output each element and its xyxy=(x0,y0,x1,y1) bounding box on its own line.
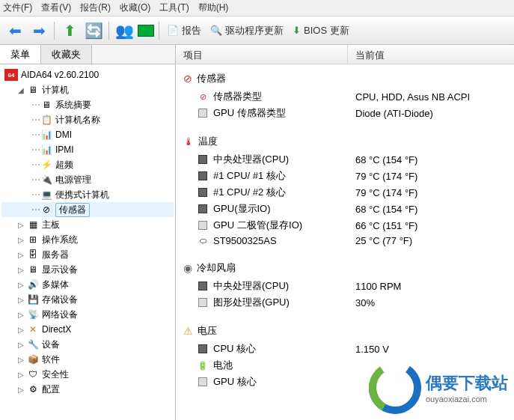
sensor-icon: ⊘ xyxy=(197,92,209,102)
row-value: 66 °C (151 °F) xyxy=(355,220,417,231)
row-cpu-core-voltage[interactable]: CPU 核心1.150 V xyxy=(176,341,514,357)
chip-icon xyxy=(197,155,209,164)
bios-update-button[interactable]: ⬇ BIOS 更新 xyxy=(290,20,352,41)
display-icon: 🖥 xyxy=(27,264,39,276)
tree-item-portable[interactable]: ⋯💻便携式计算机 xyxy=(1,187,174,202)
expand-icon[interactable]: ▷ xyxy=(18,311,27,319)
expand-icon[interactable]: ▷ xyxy=(18,356,27,364)
menu-report[interactable]: 报告(R) xyxy=(80,1,111,14)
tree-label: 显示设备 xyxy=(42,264,78,276)
tree-item-ipmi[interactable]: ⋯📊IPMI xyxy=(1,142,174,157)
column-value[interactable]: 当前值 xyxy=(348,45,514,64)
row-value: 79 °C (174 °F) xyxy=(355,187,417,198)
expand-icon[interactable]: ▷ xyxy=(18,281,27,289)
row-gpu-diode-temp[interactable]: GPU 二极管(显存IO)66 °C (151 °F) xyxy=(176,217,514,234)
name-icon: 📋 xyxy=(40,114,52,126)
warning-icon: ⚠ xyxy=(183,325,193,337)
menu-help[interactable]: 帮助(H) xyxy=(198,1,229,14)
expand-icon[interactable]: ▷ xyxy=(18,371,27,379)
collapse-icon[interactable]: ◢ xyxy=(18,86,27,94)
tree-root[interactable]: 64 AIDA64 v2.60.2100 xyxy=(1,67,174,82)
back-button[interactable]: ⬅ xyxy=(4,20,25,41)
separator xyxy=(159,22,159,40)
config-icon: ⚙ xyxy=(27,383,39,395)
column-item[interactable]: 项目 xyxy=(176,45,348,64)
row-hdd-temp[interactable]: ⬭ST9500325AS25 °C (77 °F) xyxy=(176,234,514,248)
tree-item-summary[interactable]: ⋯🖥系统摘要 xyxy=(1,97,174,112)
group-sensor: ⊘传感器 xyxy=(176,69,514,88)
ipmi-icon: 📊 xyxy=(40,144,52,156)
expand-icon[interactable]: ▷ xyxy=(18,251,27,259)
expand-icon[interactable]: ▷ xyxy=(18,236,27,244)
expand-icon[interactable]: ▷ xyxy=(18,341,27,349)
tree-item-power[interactable]: ⋯🔌电源管理 xyxy=(1,172,174,187)
tree-item-multimedia[interactable]: ▷🔊多媒体 xyxy=(1,277,174,292)
row-gpu-sensor-type[interactable]: GPU 传感器类型Diode (ATI-Diode) xyxy=(176,105,514,121)
tree-item-overclock[interactable]: ⋯⚡超频 xyxy=(1,157,174,172)
tree-item-server[interactable]: ▷🗄服务器 xyxy=(1,247,174,262)
storage-icon: 💾 xyxy=(27,293,39,305)
expand-icon[interactable]: ▷ xyxy=(18,221,27,229)
forward-button[interactable]: ➡ xyxy=(28,20,49,41)
expand-icon[interactable]: ▷ xyxy=(18,326,27,334)
refresh-button[interactable]: 🔄 xyxy=(83,20,104,41)
summary-icon: 🖥 xyxy=(40,99,52,111)
tree-computer[interactable]: ◢ 🖥 计算机 xyxy=(1,82,174,97)
group-title: 冷却风扇 xyxy=(197,261,236,275)
row-label: GPU 二极管(显存IO) xyxy=(213,219,302,232)
tree-item-os[interactable]: ▷⊞操作系统 xyxy=(1,232,174,247)
tree-item-display[interactable]: ▷🖥显示设备 xyxy=(1,262,174,277)
report-button[interactable]: 📄 报告 xyxy=(164,20,204,41)
row-label: GPU 传感器类型 xyxy=(213,106,286,120)
row-cpu1-core1-temp[interactable]: #1 CPU/ #1 核心79 °C (174 °F) xyxy=(176,168,514,184)
tree-label: 主板 xyxy=(42,219,60,231)
expand-icon[interactable]: ▷ xyxy=(18,266,27,274)
tab-menu[interactable]: 菜单 xyxy=(0,45,41,64)
tree-item-storage[interactable]: ▷💾存储设备 xyxy=(1,292,174,307)
tree-computer-label: 计算机 xyxy=(42,84,69,97)
tree[interactable]: 64 AIDA64 v2.60.2100 ◢ 🖥 计算机 ⋯🖥系统摘要 ⋯📋计算… xyxy=(0,64,175,420)
tree-label: 设备 xyxy=(42,338,60,351)
row-value: 1.150 V xyxy=(355,344,389,355)
group-temperature: 🌡温度 xyxy=(176,132,514,151)
expand-icon[interactable]: ▷ xyxy=(18,296,27,304)
row-cpu-temp[interactable]: 中央处理器(CPU)68 °C (154 °F) xyxy=(176,151,514,168)
up-button[interactable]: ⬆ xyxy=(59,20,80,41)
tree-item-config[interactable]: ▷⚙配置 xyxy=(1,382,174,397)
tree-item-software[interactable]: ▷📦软件 xyxy=(1,352,174,367)
expand-icon[interactable]: ▷ xyxy=(18,386,27,394)
monitor-icon[interactable] xyxy=(138,25,154,37)
row-label: GPU 核心 xyxy=(213,375,257,389)
tree-item-directx[interactable]: ▷✕DirectX xyxy=(1,322,174,337)
tree-item-security[interactable]: ▷🛡安全性 xyxy=(1,367,174,382)
group-title: 电压 xyxy=(198,324,217,338)
driver-update-button[interactable]: 🔍 驱动程序更新 xyxy=(207,20,287,41)
row-sensor-type[interactable]: ⊘传感器类型CPU, HDD, Asus NB ACPI xyxy=(176,88,514,105)
menu-view[interactable]: 查看(V) xyxy=(41,1,71,14)
tree-label: 网络设备 xyxy=(42,308,78,321)
row-cpu-fan[interactable]: 中央处理器(CPU)1100 RPM xyxy=(176,278,514,294)
menu-tools[interactable]: 工具(T) xyxy=(159,1,189,14)
directx-icon: ✕ xyxy=(27,323,39,335)
computer-icon: 🖥 xyxy=(27,84,39,96)
row-gpu-dispio-temp[interactable]: GPU(显示IO)68 °C (154 °F) xyxy=(176,201,514,217)
tree-label: 服务器 xyxy=(42,249,69,261)
tree-item-network[interactable]: ▷📡网络设备 xyxy=(1,307,174,322)
tree-item-devices[interactable]: ▷🔧设备 xyxy=(1,337,174,352)
users-icon[interactable]: 👥 xyxy=(114,20,135,41)
row-cpu1-core2-temp[interactable]: #1 CPU/ #2 核心79 °C (174 °F) xyxy=(176,184,514,201)
tree-item-computer-name[interactable]: ⋯📋计算机名称 xyxy=(1,112,174,127)
tree-label: 便携式计算机 xyxy=(55,189,109,201)
chip-icon xyxy=(197,171,209,180)
tree-item-sensor[interactable]: ⋯⊘传感器 xyxy=(1,202,174,217)
gpu-icon xyxy=(197,221,209,230)
tree-item-dmi[interactable]: ⋯📊DMI xyxy=(1,127,174,142)
hdd-icon: ⬭ xyxy=(197,236,209,246)
menu-favorites[interactable]: 收藏(O) xyxy=(120,1,150,14)
tree-label: DMI xyxy=(55,130,72,140)
menu-file[interactable]: 文件(F) xyxy=(3,1,32,14)
row-label: #1 CPU/ #1 核心 xyxy=(213,169,286,183)
row-gpu-fan[interactable]: 图形处理器(GPU)30% xyxy=(176,294,514,311)
tab-favorites[interactable]: 收藏夹 xyxy=(41,45,92,64)
tree-item-mainboard[interactable]: ▷▦主板 xyxy=(1,217,174,232)
